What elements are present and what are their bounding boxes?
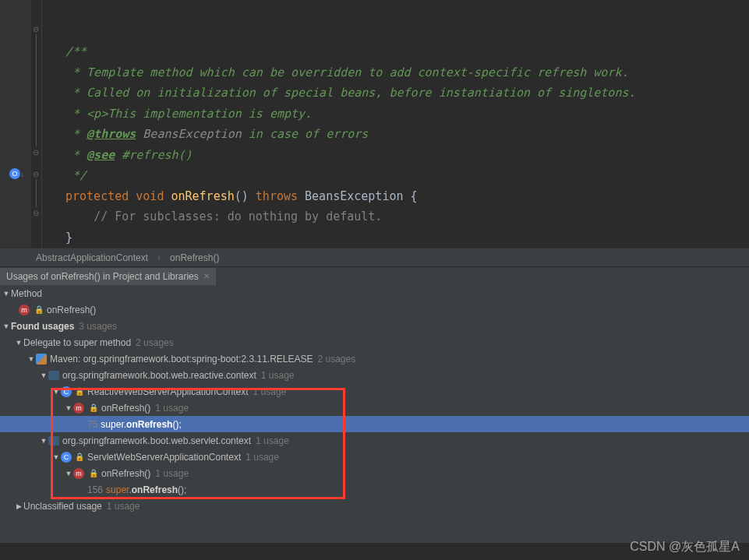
- method-icon: m: [19, 305, 30, 315]
- tree-node-method[interactable]: ▼ m 🔒 onRefresh() 1 usage: [0, 465, 749, 481]
- javadoc-line: * Template method which can be overridde…: [65, 65, 628, 79]
- fold-line: [36, 34, 37, 146]
- tree-node-usage-line[interactable]: 75 super.onRefresh();: [0, 416, 749, 432]
- tree-node-maven[interactable]: ▼ Maven: org.springframework.boot:spring…: [0, 350, 749, 367]
- usage-count: 2 usages: [136, 337, 174, 348]
- tree-node-method[interactable]: ▼ m 🔒 onRefresh() 1 usage: [0, 400, 749, 416]
- expand-icon[interactable]: ▼: [14, 339, 23, 347]
- package-label: org.springframework.boot.web.reactive.co…: [62, 370, 256, 381]
- breadcrumb-method[interactable]: onRefresh(): [165, 252, 224, 263]
- code-snippet: super.onRefresh();: [101, 419, 181, 430]
- unclassified-label: Unclassified usage: [23, 501, 102, 512]
- package-icon: [48, 436, 59, 446]
- tree-node-target-method[interactable]: m 🔒 onRefresh(): [0, 301, 749, 318]
- lock-icon: 🔒: [75, 453, 84, 461]
- expand-icon[interactable]: ▼: [51, 453, 61, 461]
- method-label: onRefresh(): [101, 468, 150, 479]
- expand-icon[interactable]: ▼: [64, 470, 73, 477]
- usages-tree[interactable]: ▼ Method m 🔒 onRefresh() ▼ Found usages …: [0, 285, 749, 543]
- tree-node-usage-line[interactable]: 156 super.onRefresh();: [0, 481, 749, 498]
- fold-end-icon[interactable]: ⊖: [33, 148, 39, 157]
- method-label: onRefresh(): [101, 403, 150, 414]
- usage-count: 2 usages: [318, 354, 356, 365]
- expand-icon[interactable]: ▼: [26, 355, 36, 363]
- group-label: Method: [11, 288, 42, 299]
- class-icon: C: [61, 386, 72, 397]
- fold-toggle-icon[interactable]: ⊖: [33, 170, 39, 178]
- fold-line: [36, 179, 37, 207]
- class-label: ServletWebServerApplicationContext: [87, 452, 241, 463]
- method-signature: protected void onRefresh() throws BeansE…: [65, 189, 418, 203]
- maven-icon: [36, 354, 47, 365]
- class-label: ReactiveWebServerApplicationContext: [87, 386, 249, 397]
- usage-count: 1 usage: [253, 386, 287, 397]
- breadcrumb-class[interactable]: AbstractApplicationContext: [31, 252, 153, 263]
- comment-line: // For subclasses: do nothing by default…: [94, 210, 382, 224]
- fold-toggle-icon[interactable]: ⊖: [33, 25, 39, 33]
- implements-arrow-icon[interactable]: ↓: [20, 170, 24, 178]
- find-usages-tab[interactable]: Usages of onRefresh() in Project and Lib…: [0, 268, 216, 285]
- found-label: Found usages: [11, 321, 74, 332]
- javadoc-line: * <p>This implementation is empty.: [65, 107, 312, 121]
- lock-icon: 🔒: [75, 387, 84, 396]
- breadcrumb-separator: ›: [153, 252, 165, 263]
- tree-node-package[interactable]: ▼ org.springframework.boot.web.servlet.c…: [0, 432, 749, 449]
- javadoc-line: * @throws BeansException in case of erro…: [65, 127, 368, 141]
- tree-node-class[interactable]: ▼ C 🔒 ReactiveWebServerApplicationContex…: [0, 383, 749, 400]
- expand-icon[interactable]: ▼: [64, 404, 73, 412]
- code-area[interactable]: /** * Template method which can be overr…: [42, 0, 636, 248]
- tree-node-found[interactable]: ▼ Found usages 3 usages: [0, 318, 749, 334]
- tree-node-delegate[interactable]: ▼ Delegate to super method 2 usages: [0, 334, 749, 350]
- line-number: 75: [87, 419, 97, 430]
- maven-label: Maven: org.springframework.boot:spring-b…: [50, 354, 313, 365]
- expand-icon[interactable]: ▼: [2, 290, 11, 298]
- expand-icon[interactable]: ▼: [2, 322, 11, 330]
- tab-title: Usages of onRefresh() in Project and Lib…: [6, 271, 199, 282]
- javadoc-line: /**: [65, 44, 87, 58]
- close-icon[interactable]: ✕: [203, 272, 210, 280]
- usage-count: 1 usage: [107, 501, 140, 512]
- class-icon: C: [61, 452, 72, 463]
- expand-icon[interactable]: ▼: [39, 372, 48, 379]
- javadoc-line: * @see #refresh(): [65, 148, 193, 162]
- method-label: onRefresh(): [47, 305, 96, 315]
- override-icon[interactable]: O: [9, 168, 20, 179]
- breadcrumb[interactable]: AbstractApplicationContext › onRefresh(): [0, 248, 749, 266]
- lock-icon: 🔒: [34, 305, 44, 314]
- package-label: org.springframework.boot.web.servlet.con…: [62, 435, 251, 446]
- closing-brace: }: [65, 231, 72, 245]
- javadoc-line: * Called on initialization of special be…: [65, 86, 636, 100]
- method-icon: m: [73, 403, 84, 414]
- tree-node-method-group[interactable]: ▼ Method: [0, 285, 749, 301]
- javadoc-line: */: [65, 168, 87, 182]
- expand-icon[interactable]: ▼: [39, 437, 48, 445]
- fold-end-icon[interactable]: ⊖: [33, 209, 39, 217]
- usage-count: 1 usage: [246, 452, 279, 463]
- package-icon: [48, 371, 59, 380]
- usage-count: 1 usage: [155, 403, 189, 414]
- tree-node-unclassified[interactable]: ▶ Unclassified usage 1 usage: [0, 498, 749, 514]
- code-editor[interactable]: O ↓ ⊖ ⊖ ⊖ ⊖ /** * Template method which …: [0, 0, 749, 248]
- line-number: 156: [87, 484, 103, 495]
- tool-window-tabs: Usages of onRefresh() in Project and Lib…: [0, 266, 749, 285]
- lock-icon: 🔒: [89, 469, 98, 477]
- delegate-label: Delegate to super method: [23, 337, 131, 348]
- usage-count: 1 usage: [261, 370, 295, 381]
- editor-gutter: O ↓: [0, 0, 31, 248]
- code-snippet: super.onRefresh();: [106, 484, 186, 495]
- usage-count: 3 usages: [79, 321, 117, 332]
- watermark: CSDN @灰色孤星A: [630, 539, 740, 555]
- usage-count: 1 usage: [155, 468, 189, 479]
- expand-icon[interactable]: ▼: [51, 388, 61, 396]
- fold-column: ⊖ ⊖ ⊖ ⊖: [31, 0, 42, 248]
- method-icon: m: [73, 468, 84, 479]
- usage-count: 1 usage: [256, 435, 289, 446]
- tree-node-package[interactable]: ▼ org.springframework.boot.web.reactive.…: [0, 367, 749, 383]
- collapse-icon[interactable]: ▶: [14, 502, 23, 510]
- tree-node-class[interactable]: ▼ C 🔒 ServletWebServerApplicationContext…: [0, 449, 749, 465]
- lock-icon: 🔒: [89, 403, 98, 412]
